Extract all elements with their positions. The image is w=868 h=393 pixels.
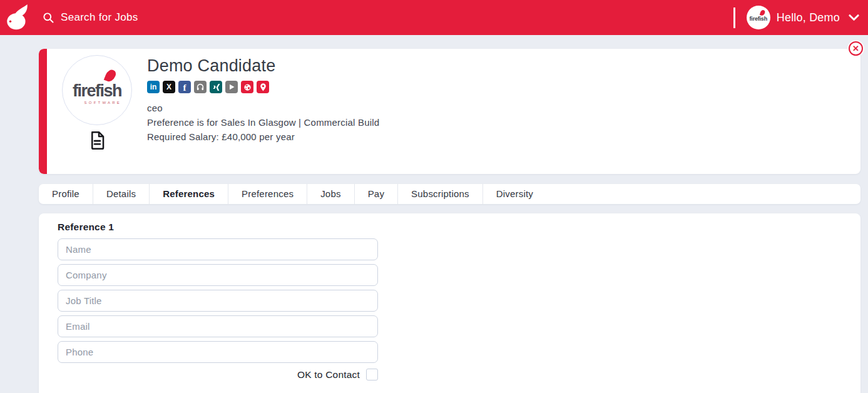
user-greeting: Hello, Demo [777,11,840,24]
location-pin-icon[interactable] [257,81,269,93]
reference-section-title: Reference 1 [58,222,860,233]
candidate-name: Demo Candidate [147,56,379,76]
globe-icon[interactable] [241,81,253,93]
facebook-icon[interactable]: f [178,81,191,93]
candidate-header-card: firefish SOFTWARE Demo Candidate in X [39,49,860,174]
reference-email-input[interactable] [58,315,378,337]
play-icon[interactable] [225,81,238,93]
close-button[interactable]: ✕ [849,41,863,56]
navbar-user-area: firefish Hello, Demo [733,6,859,29]
avatar-brand-word: firefish [73,83,121,100]
avatar-brand-subtitle: SOFTWARE [84,101,121,105]
tab-diversity[interactable]: Diversity [483,184,546,204]
ok-to-contact-label: OK to Contact [297,369,360,380]
job-search[interactable]: Search for Jobs [43,11,138,24]
top-navbar: Search for Jobs firefish Hello, Demo [0,0,868,35]
main-content: firefish SOFTWARE Demo Candidate in X [39,49,860,393]
linkedin-glyph: in [150,83,157,91]
candidate-info-column: Demo Candidate in X f [147,49,379,174]
xing-icon[interactable] [210,81,222,93]
reference-company-input[interactable] [58,264,378,286]
tab-details[interactable]: Details [93,184,150,204]
candidate-avatar[interactable]: firefish SOFTWARE [62,55,132,125]
user-menu-button[interactable] [849,14,859,21]
ok-to-contact-checkbox[interactable] [366,369,378,380]
facebook-glyph: f [183,83,186,93]
fish-icon [6,3,29,32]
tab-profile[interactable]: Profile [39,184,93,204]
ok-to-contact-row: OK to Contact [58,369,378,380]
references-panel: Reference 1 OK to Contact [39,213,860,393]
avatar-column: firefish SOFTWARE [47,49,147,174]
candidate-tab-bar: Profile Details References Preferences J… [39,184,860,204]
search-label: Search for Jobs [61,11,138,24]
x-glyph: X [166,83,171,91]
social-links-row: in X f [147,81,379,93]
chevron-down-icon [849,14,859,21]
candidate-preference: Preference is for Sales In Glasgow | Com… [147,115,379,130]
x-twitter-icon[interactable]: X [163,81,175,93]
firefish-fish-logo[interactable] [4,2,31,33]
tab-jobs[interactable]: Jobs [307,184,355,204]
candidate-job-title: ceo [147,101,379,115]
tab-pay[interactable]: Pay [355,184,398,204]
avatar-brand-word: firefish [750,16,767,22]
tab-preferences[interactable]: Preferences [228,184,307,204]
reference-fields: OK to Contact [58,238,378,380]
reference-phone-input[interactable] [58,341,378,363]
document-icon [88,130,107,151]
close-icon: ✕ [852,44,859,53]
headset-icon[interactable] [194,81,207,93]
user-avatar[interactable]: firefish [747,6,770,29]
navbar-divider [733,8,735,28]
candidate-salary: Required Salary: £40,000 per year [147,130,379,144]
cv-document-button[interactable] [88,130,107,151]
linkedin-icon[interactable]: in [147,81,160,93]
reference-job-title-input[interactable] [58,290,378,312]
reference-name-input[interactable] [58,238,378,260]
tab-subscriptions[interactable]: Subscriptions [398,184,483,204]
card-accent-bar [39,49,47,174]
search-icon [43,12,54,24]
tab-references[interactable]: References [150,184,228,204]
